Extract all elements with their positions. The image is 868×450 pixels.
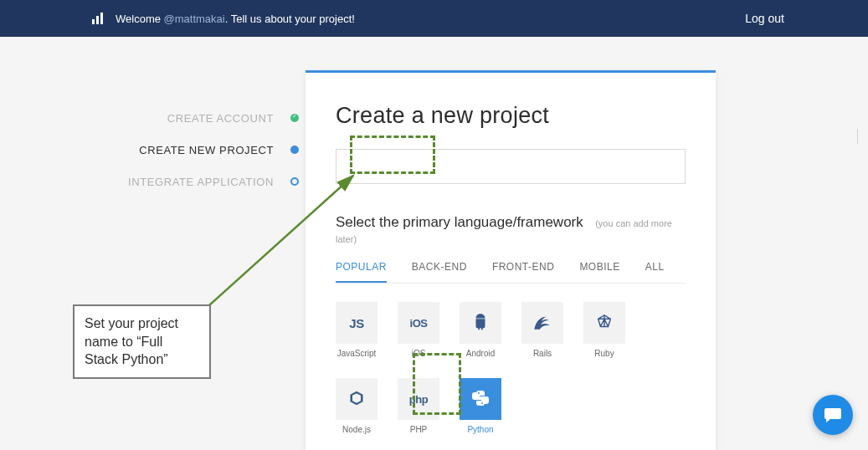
- tile-ios[interactable]: iOS iOS: [398, 302, 439, 358]
- chat-icon: [823, 405, 843, 425]
- step-done-icon: [290, 114, 299, 122]
- tile-label: PHP: [398, 425, 439, 434]
- php-icon: php: [409, 393, 428, 406]
- android-icon: [471, 313, 490, 334]
- tab-front-end[interactable]: FRONT-END: [492, 261, 555, 283]
- tile-ruby[interactable]: Ruby: [583, 302, 625, 358]
- framework-tabs: POPULAR BACK-END FRONT-END MOBILE ALL: [336, 261, 686, 284]
- tab-all[interactable]: ALL: [645, 261, 665, 283]
- project-name-input[interactable]: [336, 149, 686, 184]
- framework-heading: Select the primary language/framework (y…: [336, 214, 686, 246]
- step-label: INTEGRATE APPLICATION: [128, 176, 274, 188]
- tile-javascript[interactable]: JS JavaScript: [336, 302, 378, 358]
- ios-icon: iOS: [410, 317, 428, 330]
- rails-icon: [532, 311, 553, 335]
- step-current-icon: [290, 146, 299, 154]
- welcome-prefix: Welcome: [116, 13, 164, 25]
- framework-label: Select the primary language/framework: [336, 214, 583, 230]
- tile-android[interactable]: Android: [460, 302, 501, 358]
- logout-link[interactable]: Log out: [745, 12, 784, 25]
- steps-sidebar: CREATE ACCOUNT CREATE NEW PROJECT INTEGR…: [0, 70, 306, 450]
- chat-widget-button[interactable]: [813, 395, 853, 435]
- step-label: CREATE NEW PROJECT: [139, 144, 274, 156]
- tile-label: Python: [460, 425, 501, 434]
- content: CREATE ACCOUNT CREATE NEW PROJECT INTEGR…: [0, 37, 868, 450]
- svg-rect-2: [100, 13, 103, 24]
- tile-label: JavaScript: [336, 349, 378, 358]
- tile-php[interactable]: php PHP: [398, 378, 439, 434]
- page-title: Create a new project: [336, 103, 686, 129]
- tile-label: Node.js: [336, 425, 378, 434]
- framework-tiles: JS JavaScript iOS iOS Android Rails Ruby: [336, 302, 686, 434]
- svg-rect-1: [96, 16, 99, 24]
- python-icon: [470, 388, 490, 411]
- annotation-callout: Set your project name to “Full Stack Pyt…: [73, 304, 211, 379]
- welcome-text: Welcome @mattmakai. Tell us about your p…: [116, 13, 745, 25]
- javascript-icon: JS: [349, 316, 363, 330]
- topbar: Welcome @mattmakai. Tell us about your p…: [0, 0, 868, 37]
- tile-python[interactable]: Python: [460, 378, 501, 434]
- step-integrate-application: INTEGRATE APPLICATION: [0, 171, 306, 192]
- tab-popular[interactable]: POPULAR: [336, 261, 387, 283]
- annotation-text: Set your project name to “Full Stack Pyt…: [85, 316, 178, 366]
- svg-rect-0: [92, 19, 95, 24]
- step-label: CREATE ACCOUNT: [167, 112, 274, 125]
- tile-label: Ruby: [583, 349, 625, 358]
- nodejs-icon: [348, 389, 365, 410]
- username-handle: @mattmakai: [164, 13, 225, 25]
- tile-rails[interactable]: Rails: [521, 302, 563, 358]
- tab-back-end[interactable]: BACK-END: [412, 261, 467, 283]
- ruby-icon: [595, 313, 614, 334]
- tile-label: Rails: [521, 349, 563, 358]
- tile-label: Android: [460, 349, 501, 358]
- step-pending-icon: [290, 177, 299, 186]
- project-card: Create a new project Select the primary …: [306, 70, 716, 450]
- brand-logo-icon: [90, 11, 105, 26]
- step-create-account: CREATE ACCOUNT: [0, 107, 306, 129]
- tile-nodejs[interactable]: Node.js: [336, 378, 378, 434]
- welcome-suffix: . Tell us about your project!: [225, 13, 355, 25]
- step-create-project: CREATE NEW PROJECT: [0, 139, 306, 161]
- tile-label: iOS: [398, 349, 439, 358]
- tab-mobile[interactable]: MOBILE: [579, 261, 619, 283]
